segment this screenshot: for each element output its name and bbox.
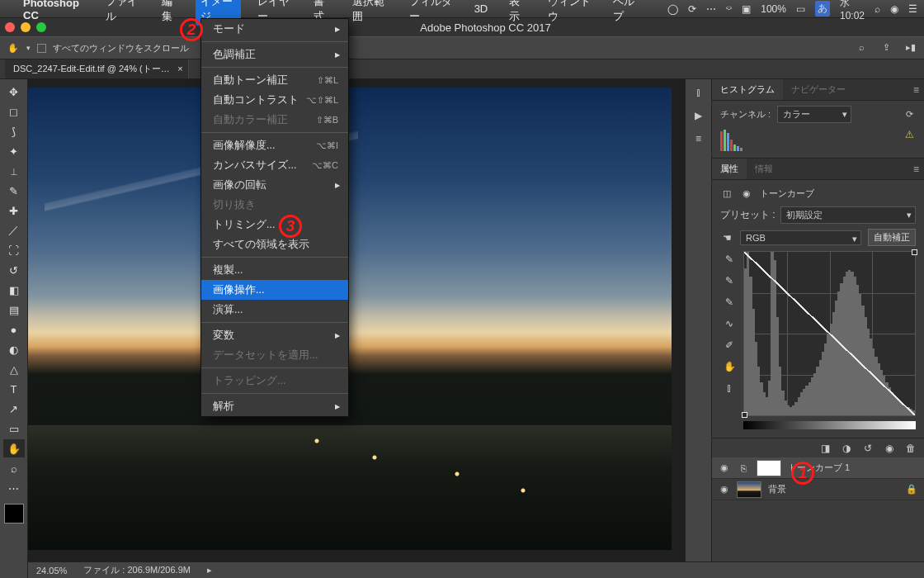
marquee-tool-icon[interactable]: ◻ <box>3 102 25 121</box>
sample-black-icon[interactable]: ✎ <box>723 253 736 266</box>
blur-tool-icon[interactable]: ● <box>3 320 25 339</box>
wifi-icon[interactable]: ⌔ <box>726 3 732 15</box>
curve-pencil-icon[interactable]: ✐ <box>723 339 736 352</box>
layer-row-curves[interactable]: ◉ ⎘ トーンカーブ 1 <box>712 457 924 479</box>
tab-navigator[interactable]: ナビゲーター <box>783 79 854 100</box>
visibility-icon[interactable]: ◉ <box>883 442 896 455</box>
heal-tool-icon[interactable]: ✚ <box>3 201 25 220</box>
finger-icon[interactable]: ☚ <box>720 231 733 244</box>
menu-item[interactable]: 自動コントラスト⌥⇧⌘L <box>201 90 348 110</box>
spotlight-icon[interactable]: ⌕ <box>874 3 880 15</box>
sample-gray-icon[interactable]: ✎ <box>723 274 736 287</box>
shape-tool-icon[interactable]: ▭ <box>3 419 25 438</box>
input-slider[interactable] <box>743 421 916 429</box>
visibility-toggle-icon[interactable]: ◉ <box>719 462 730 473</box>
menu-item[interactable]: トリミング... <box>201 215 348 235</box>
layer-row-bg[interactable]: ◉ 背景 🔒 <box>712 479 924 500</box>
trash-icon[interactable]: 🗑 <box>904 442 917 455</box>
search-icon[interactable]: ⌕ <box>855 40 868 54</box>
brush-tool-icon[interactable]: ／ <box>3 221 25 239</box>
link-icon[interactable]: ⎘ <box>737 462 750 475</box>
menu-item[interactable]: 画像の回転▶ <box>201 175 348 195</box>
visibility-toggle-icon[interactable]: ◉ <box>719 484 730 495</box>
pen-tool-icon[interactable]: △ <box>3 360 25 378</box>
reset-icon[interactable]: ↺ <box>861 442 874 455</box>
menu-item[interactable]: 変数▶ <box>201 325 348 345</box>
warning-icon[interactable]: ⚠ <box>905 129 914 140</box>
move-tool-icon[interactable]: ✥ <box>3 83 25 101</box>
eyedropper-tool-icon[interactable]: ✎ <box>3 182 25 200</box>
document-tab[interactable]: DSC_2247-Edit-Edit.tif @ 24% (トー… × <box>5 59 189 78</box>
display-icon[interactable]: ▣ <box>742 3 751 15</box>
share-icon[interactable]: ⇪ <box>879 40 893 54</box>
type-tool-icon[interactable]: T <box>3 380 25 398</box>
layer-thumb-image[interactable] <box>737 481 761 498</box>
menu-item[interactable]: すべての領域を表示 <box>201 235 348 254</box>
curve-point-white[interactable] <box>912 249 917 255</box>
status-chevron-icon[interactable]: ▸ <box>207 565 212 576</box>
menu-item[interactable]: 画像操作... <box>201 280 348 300</box>
zoom-level[interactable]: 24.05% <box>36 566 67 576</box>
tab-histogram[interactable]: ヒストグラム <box>712 79 783 100</box>
menu-item[interactable]: 複製... <box>201 260 348 280</box>
auto-button[interactable]: 自動補正 <box>868 229 916 246</box>
eraser-tool-icon[interactable]: ◧ <box>3 281 25 299</box>
panel-menu-icon[interactable]: ≡ <box>913 84 919 96</box>
siri-icon[interactable]: ◉ <box>890 3 898 15</box>
layer-thumb-mask[interactable] <box>757 460 781 476</box>
stamp-tool-icon[interactable]: ⛶ <box>3 241 25 259</box>
cloud-icon[interactable]: ◯ <box>667 3 678 15</box>
canvas[interactable] <box>28 79 685 578</box>
histogram-rail-icon[interactable]: ⫿ <box>692 86 705 99</box>
history-brush-tool-icon[interactable]: ↺ <box>3 261 25 279</box>
zoom-window-icon[interactable] <box>36 22 46 32</box>
clock[interactable]: 水 10:02 <box>840 0 865 21</box>
curve-point-black[interactable] <box>742 412 747 418</box>
tab-properties[interactable]: 属性 <box>712 159 747 179</box>
curve-point-icon[interactable]: ∿ <box>723 317 736 330</box>
channel-rgb-select[interactable]: RGB▾ <box>740 230 861 245</box>
notif-icon[interactable]: ☰ <box>908 3 917 15</box>
close-tab-icon[interactable]: × <box>177 64 182 73</box>
clip-icon[interactable]: ◨ <box>818 442 832 455</box>
path-tool-icon[interactable]: ↗ <box>3 400 25 418</box>
panel-menu-icon[interactable]: ≡ <box>913 163 919 175</box>
menu-item[interactable]: モード▶ <box>201 19 348 39</box>
close-window-icon[interactable] <box>5 22 15 32</box>
refresh-icon[interactable]: ⟳ <box>903 108 916 121</box>
sync-icon[interactable]: ⟳ <box>688 3 696 15</box>
menu-item[interactable]: カンバスサイズ...⌥⌘C <box>201 155 348 175</box>
toolbox-more-icon[interactable]: ⋯ <box>3 479 25 497</box>
adjust-rail-icon[interactable]: ≡ <box>692 132 705 145</box>
dot-icon[interactable]: ⋯ <box>706 3 716 15</box>
menu-item[interactable]: 演算... <box>201 300 348 320</box>
channel-select[interactable]: カラー▾ <box>777 106 851 123</box>
curve-hist-icon[interactable]: ⫿ <box>723 381 736 395</box>
hand-tool-icon[interactable]: ✋ <box>7 41 20 54</box>
wand-tool-icon[interactable]: ✦ <box>3 142 25 160</box>
lasso-tool-icon[interactable]: ⟆ <box>3 122 25 140</box>
dodge-tool-icon[interactable]: ◐ <box>3 340 25 358</box>
color-swatch[interactable] <box>4 504 24 524</box>
sample-white-icon[interactable]: ✎ <box>723 296 736 309</box>
play-rail-icon[interactable]: ▶ <box>692 109 705 122</box>
menu-item[interactable]: 画像解像度...⌥⌘I <box>201 135 348 155</box>
zoom-tool-icon[interactable]: ⌕ <box>3 459 25 477</box>
menu-3d[interactable]: 3D <box>469 1 493 17</box>
curves-graph[interactable] <box>743 251 916 416</box>
preset-select[interactable]: 初期設定▾ <box>780 206 916 224</box>
menu-item[interactable]: 自動トーン補正⇧⌘L <box>201 70 348 90</box>
crop-tool-icon[interactable]: ⟂ <box>3 162 25 180</box>
caret-down-icon[interactable]: ▾ <box>26 44 31 52</box>
minimize-window-icon[interactable] <box>21 22 31 32</box>
menu-item[interactable]: 解析▶ <box>201 396 348 416</box>
hand-tool-icon[interactable]: ✋ <box>3 439 25 457</box>
gradient-tool-icon[interactable]: ▤ <box>3 301 25 319</box>
curve-hand-icon[interactable]: ✋ <box>723 360 736 373</box>
tab-info[interactable]: 情報 <box>747 159 781 179</box>
lock-icon[interactable]: 🔒 <box>906 484 917 495</box>
prev-state-icon[interactable]: ◑ <box>840 442 853 455</box>
battery-icon[interactable]: ▭ <box>796 3 805 15</box>
ime-indicator[interactable]: あ <box>815 1 830 17</box>
menu-app[interactable]: Photoshop CC <box>18 0 89 23</box>
